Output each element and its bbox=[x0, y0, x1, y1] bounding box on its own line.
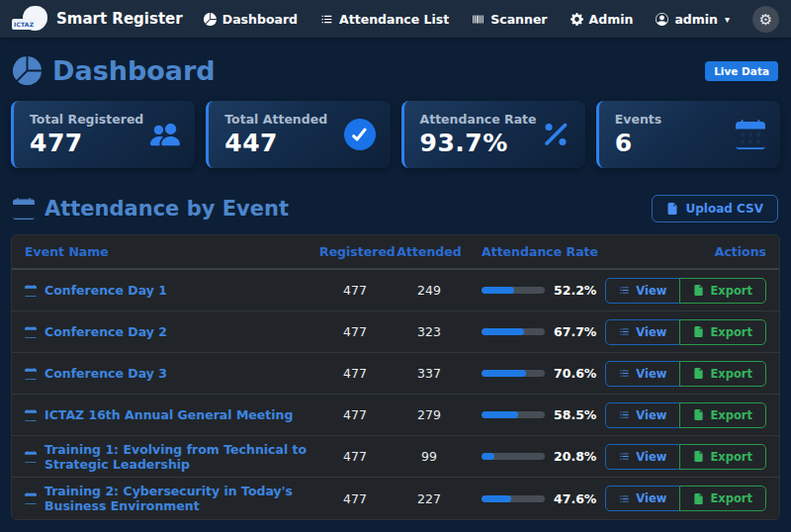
stat-card-attendance-rate: Attendance Rate 93.7% bbox=[401, 101, 585, 168]
gear-icon: ⚙ bbox=[759, 12, 772, 27]
list-icon bbox=[619, 493, 630, 504]
section-header: Attendance by Event Upload CSV bbox=[11, 195, 780, 222]
stat-value: 477 bbox=[30, 129, 143, 157]
list-icon bbox=[619, 285, 630, 296]
progress-track bbox=[482, 453, 545, 460]
stat-label: Total Registered bbox=[30, 112, 143, 127]
list-icon bbox=[320, 13, 333, 26]
stat-card-total-attended: Total Attended 447 bbox=[206, 101, 390, 168]
rate-percent: 70.6% bbox=[554, 366, 596, 381]
file-export-icon bbox=[693, 409, 704, 420]
page-header: Dashboard Live Data bbox=[11, 47, 780, 86]
export-button[interactable]: Export bbox=[679, 444, 766, 470]
stat-card-events: Events 6 bbox=[596, 101, 780, 168]
list-icon bbox=[619, 451, 630, 462]
attendance-rate-cell: 58.5% bbox=[468, 407, 618, 422]
nav-item-dashboard[interactable]: Dashboard bbox=[204, 12, 298, 27]
settings-toggle-button[interactable]: ⚙ bbox=[752, 6, 779, 33]
nav-item-admin[interactable]: Admin bbox=[571, 12, 634, 27]
attended-value: 279 bbox=[391, 407, 468, 422]
export-button[interactable]: Export bbox=[679, 486, 766, 511]
check-circle-icon bbox=[344, 119, 376, 150]
registered-value: 477 bbox=[319, 449, 391, 464]
rate-percent: 20.8% bbox=[554, 449, 596, 464]
table-row: Training 2: Cybersecurity in Today's Bus… bbox=[12, 478, 779, 519]
view-button[interactable]: View bbox=[605, 486, 680, 511]
event-name-link[interactable]: Conference Day 1 bbox=[44, 283, 167, 298]
users-icon bbox=[150, 120, 180, 149]
brand[interactable]: ICTAZ Smart Register bbox=[12, 5, 183, 33]
table-row: Conference Day 1 477 249 52.2% View Expo… bbox=[12, 270, 779, 311]
chevron-down-icon: ▾ bbox=[725, 14, 730, 25]
export-button[interactable]: Export bbox=[679, 278, 766, 304]
export-button[interactable]: Export bbox=[679, 402, 766, 428]
attendance-rate-cell: 67.7% bbox=[468, 324, 618, 339]
stat-card-total-registered: Total Registered 477 bbox=[11, 101, 195, 168]
event-name-link[interactable]: Conference Day 2 bbox=[44, 324, 167, 339]
event-name-link[interactable]: Training 1: Evolving from Technical to S… bbox=[44, 442, 319, 472]
export-button[interactable]: Export bbox=[679, 319, 766, 345]
col-header-registered: Registered bbox=[319, 244, 391, 259]
event-name-cell: Training 2: Cybersecurity in Today's Bus… bbox=[25, 484, 319, 513]
table-row: Training 1: Evolving from Technical to S… bbox=[12, 436, 779, 478]
actions-cell: View Export bbox=[618, 361, 766, 387]
actions-cell: View Export bbox=[618, 278, 766, 304]
calendar-event-icon bbox=[25, 492, 37, 504]
view-button[interactable]: View bbox=[605, 444, 680, 470]
rate-percent: 58.5% bbox=[554, 407, 596, 422]
calendar-event-icon bbox=[25, 368, 37, 380]
file-upload-icon bbox=[666, 203, 678, 215]
event-name-cell: Training 1: Evolving from Technical to S… bbox=[25, 442, 319, 472]
view-button[interactable]: View bbox=[605, 278, 680, 304]
attended-value: 99 bbox=[391, 449, 468, 464]
attended-value: 323 bbox=[391, 324, 468, 339]
actions-cell: View Export bbox=[618, 402, 766, 428]
progress-fill bbox=[482, 370, 526, 377]
percent-icon bbox=[541, 120, 571, 149]
event-name-link[interactable]: ICTAZ 16th Annual General Meeting bbox=[44, 407, 293, 422]
brand-title: Smart Register bbox=[56, 10, 183, 28]
nav-item-attendance-list[interactable]: Attendance List bbox=[320, 12, 449, 27]
progress-fill bbox=[482, 411, 518, 418]
table-row: Conference Day 3 477 337 70.6% View Expo… bbox=[12, 353, 779, 395]
file-export-icon bbox=[693, 368, 704, 379]
attendance-rate-cell: 47.6% bbox=[468, 491, 618, 506]
col-header-attendance-rate: Attendance Rate bbox=[468, 244, 618, 259]
event-name-link[interactable]: Training 2: Cybersecurity in Today's Bus… bbox=[44, 484, 319, 513]
person-circle-icon bbox=[656, 13, 668, 26]
col-header-attended: Attended bbox=[391, 244, 468, 259]
attended-value: 227 bbox=[391, 491, 468, 506]
stat-label: Attendance Rate bbox=[420, 112, 537, 127]
event-name-cell: Conference Day 3 bbox=[25, 366, 319, 381]
main-content: Dashboard Live Data Total Registered 477… bbox=[0, 38, 791, 520]
nav-menu: Dashboard Attendance List Scanner Admin … bbox=[204, 6, 779, 33]
table-row: ICTAZ 16th Annual General Meeting 477 27… bbox=[12, 395, 779, 436]
registered-value: 477 bbox=[319, 407, 391, 422]
stat-value: 447 bbox=[224, 129, 327, 157]
attendance-rate-cell: 20.8% bbox=[468, 449, 618, 464]
progress-fill bbox=[482, 328, 524, 335]
registered-value: 477 bbox=[319, 491, 391, 506]
stat-value: 6 bbox=[615, 129, 661, 157]
event-name-cell: Conference Day 2 bbox=[25, 324, 319, 339]
view-button[interactable]: View bbox=[605, 319, 680, 345]
file-export-icon bbox=[693, 285, 704, 296]
progress-track bbox=[482, 370, 545, 377]
actions-cell: View Export bbox=[618, 486, 766, 511]
col-header-event-name: Event Name bbox=[25, 244, 319, 259]
stat-value: 93.7% bbox=[420, 129, 537, 157]
nav-item-user-dropdown[interactable]: admin ▾ bbox=[656, 12, 730, 27]
view-button[interactable]: View bbox=[605, 361, 680, 387]
calendar-event-icon bbox=[25, 451, 37, 463]
event-name-cell: ICTAZ 16th Annual General Meeting bbox=[25, 407, 319, 422]
file-export-icon bbox=[693, 493, 704, 504]
view-button[interactable]: View bbox=[605, 402, 680, 428]
attended-value: 249 bbox=[391, 283, 468, 298]
nav-item-scanner[interactable]: Scanner bbox=[472, 12, 547, 27]
stats-row: Total Registered 477 Total Attended 447 … bbox=[11, 101, 780, 168]
event-name-link[interactable]: Conference Day 3 bbox=[44, 366, 167, 381]
actions-cell: View Export bbox=[618, 444, 766, 470]
rate-percent: 67.7% bbox=[554, 324, 596, 339]
export-button[interactable]: Export bbox=[679, 361, 766, 387]
upload-csv-button[interactable]: Upload CSV bbox=[652, 195, 778, 222]
